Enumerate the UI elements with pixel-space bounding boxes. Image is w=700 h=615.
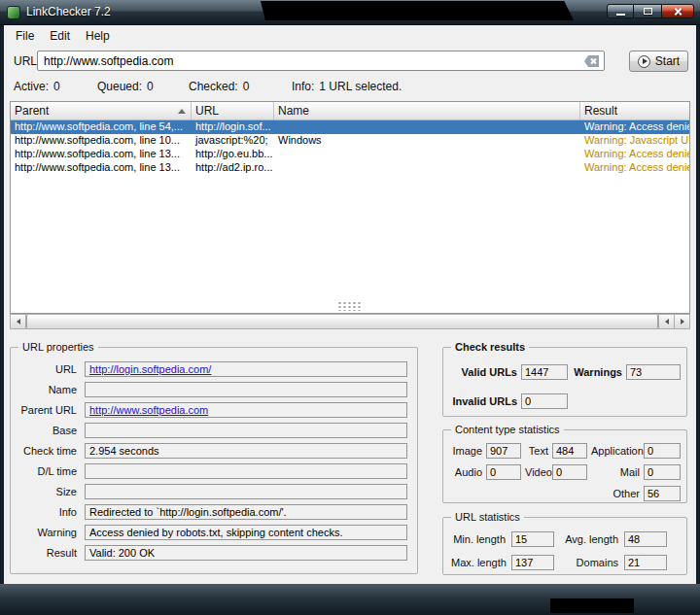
prop-row-size: Size xyxy=(17,483,407,499)
window-title: LinkChecker 7.2 xyxy=(26,5,111,18)
maximize-icon xyxy=(644,8,652,15)
minimize-button[interactable] xyxy=(607,4,634,18)
check-time-value: 2.954 seconds xyxy=(85,443,407,459)
group-title: URL statistics xyxy=(451,511,524,523)
avg-length-label: Avg. length xyxy=(560,533,618,545)
table-row[interactable]: http://www.softpedia.com, line 54,... ht… xyxy=(11,120,689,134)
group-title: Check results xyxy=(451,341,529,353)
domains-value: 21 xyxy=(624,555,667,570)
prop-row-dl-time: D/L time xyxy=(17,462,407,479)
check-results-group: Check results Valid URLs 1447 Warnings 7… xyxy=(442,347,687,417)
image-label: Image xyxy=(451,445,482,457)
horizontal-scrollbar[interactable] xyxy=(10,314,690,329)
dl-time-value xyxy=(85,463,407,479)
audio-value: 0 xyxy=(486,464,521,480)
column-header-url[interactable]: URL xyxy=(192,102,274,120)
prop-row-parent-url: Parent URL http://www.softpedia.com xyxy=(17,401,407,418)
url-value-link[interactable]: http://login.softpedia.com/ xyxy=(85,361,407,377)
status-info: Info:1 URL selected. xyxy=(292,80,402,93)
minimize-icon xyxy=(616,14,625,16)
menu-help[interactable]: Help xyxy=(78,26,118,46)
cell-parent: http://www.softpedia.com, line 10... xyxy=(11,134,192,148)
scroll-right-button[interactable] xyxy=(674,315,689,328)
column-header-parent[interactable]: Parent xyxy=(11,102,192,120)
cell-url: http://login.sof... xyxy=(192,120,274,134)
window-bottom-border xyxy=(0,584,700,615)
mail-label: Mail xyxy=(591,466,640,478)
text-label: Text xyxy=(525,445,548,457)
status-checked: Checked:0 xyxy=(189,80,249,93)
results-table: Parent URL Name Result http://www.softpe… xyxy=(10,101,690,314)
prop-row-info: Info Redirected to `http://login.softped… xyxy=(17,503,407,520)
status-active: Active:0 xyxy=(14,80,60,93)
cell-parent: http://www.softpedia.com, line 13... xyxy=(11,148,192,161)
cell-url: javascript:%20; xyxy=(192,134,274,148)
scroll-left-button-2[interactable] xyxy=(658,315,674,328)
scroll-left-button[interactable] xyxy=(11,315,26,328)
name-value xyxy=(85,382,407,397)
application-label: Application xyxy=(591,445,640,457)
table-row[interactable]: http://www.softpedia.com, line 13... htt… xyxy=(11,161,689,175)
url-toolbar: URL: Start xyxy=(4,47,696,76)
mail-value: 0 xyxy=(644,464,681,480)
result-value: Valid: 200 OK xyxy=(85,545,407,561)
cell-result: Warning: Access denie... xyxy=(580,148,689,161)
app-icon xyxy=(7,6,20,19)
warning-value: Access denied by robots.txt, skipping co… xyxy=(85,525,407,540)
cell-result: Warning: Access denie... xyxy=(580,161,689,175)
cell-parent: http://www.softpedia.com, line 13... xyxy=(11,161,192,175)
cell-name xyxy=(274,120,580,134)
group-title: URL properties xyxy=(18,341,98,353)
arrow-right-icon xyxy=(681,319,684,325)
start-button-label: Start xyxy=(655,54,680,68)
application-value: 0 xyxy=(644,443,681,459)
redaction-bar-bottom xyxy=(550,598,634,613)
content-stats-group: Content type statistics Image 907 Text 4… xyxy=(442,429,687,503)
menu-edit[interactable]: Edit xyxy=(42,26,78,46)
table-row[interactable]: http://www.softpedia.com, line 10... jav… xyxy=(11,134,689,148)
linkchecker-window: LinkChecker 7.2 File Edit Help URL: Star… xyxy=(0,0,700,615)
parent-url-link[interactable]: http://www.softpedia.com xyxy=(85,402,407,418)
other-value: 56 xyxy=(644,486,681,501)
window-controls xyxy=(607,4,694,18)
url-stats-group: URL statistics Min. length 15 Avg. lengt… xyxy=(442,517,687,575)
splitter-grip[interactable] xyxy=(337,301,363,311)
sort-indicator-icon xyxy=(178,109,186,114)
cell-result: Warning: Access denie... xyxy=(580,120,689,134)
cell-name xyxy=(274,161,580,175)
close-button[interactable] xyxy=(661,4,694,18)
info-value: Redirected to `http://login.softpedia.co… xyxy=(85,504,407,520)
video-label: Video xyxy=(525,466,548,478)
cell-name xyxy=(274,148,580,161)
client-area: File Edit Help URL: Start Active:0 Queue… xyxy=(4,25,696,584)
menu-bar: File Edit Help xyxy=(4,25,696,47)
menu-file[interactable]: File xyxy=(8,26,42,46)
valid-urls-label: Valid URLs xyxy=(451,366,517,378)
video-value: 0 xyxy=(552,464,587,480)
column-header-name[interactable]: Name xyxy=(274,102,580,120)
other-label: Other xyxy=(591,488,640,499)
prop-row-result: Result Valid: 200 OK xyxy=(17,544,407,561)
start-button[interactable]: Start xyxy=(629,51,688,72)
cell-url: http://go.eu.bb... xyxy=(192,148,274,161)
url-input[interactable] xyxy=(37,51,605,71)
cell-parent: http://www.softpedia.com, line 54,... xyxy=(11,120,192,134)
prop-row-warning: Warning Access denied by robots.txt, ski… xyxy=(17,524,407,540)
max-length-value: 137 xyxy=(511,555,554,570)
table-header: Parent URL Name Result xyxy=(11,102,689,120)
maximize-button[interactable] xyxy=(634,4,661,18)
warnings-label: Warnings xyxy=(572,366,622,378)
title-bar[interactable]: LinkChecker 7.2 xyxy=(0,0,700,25)
avg-length-value: 48 xyxy=(624,531,667,547)
arrow-left-icon xyxy=(665,319,669,325)
table-row[interactable]: http://www.softpedia.com, line 13... htt… xyxy=(11,148,689,161)
scrollbar-thumb[interactable] xyxy=(26,315,658,328)
arrow-left-icon xyxy=(17,319,20,325)
invalid-urls-label: Invalid URLs xyxy=(451,395,517,407)
invalid-urls-value: 0 xyxy=(521,393,568,409)
max-length-label: Max. length xyxy=(451,557,506,568)
column-header-result[interactable]: Result xyxy=(580,102,689,120)
text-value: 484 xyxy=(552,443,587,459)
warnings-value: 73 xyxy=(626,364,681,380)
prop-row-check-time: Check time 2.954 seconds xyxy=(17,442,407,459)
